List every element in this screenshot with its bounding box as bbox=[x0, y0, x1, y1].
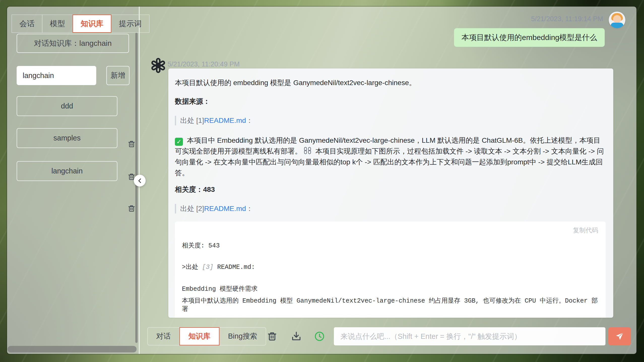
kb-item-langchain[interactable]: langchain bbox=[17, 161, 117, 181]
trash-icon bbox=[267, 331, 278, 342]
relevance-score-1: 相关度：483 bbox=[175, 185, 606, 194]
mode-bing-search[interactable]: Bing搜索 bbox=[219, 327, 266, 345]
avatar-body bbox=[611, 23, 623, 28]
assistant-openai-logo-icon bbox=[150, 57, 166, 74]
source-quote-2: 出处 [2] README.md ： bbox=[175, 204, 606, 213]
main-panel: 会话 模型 知识库 提示词 对话知识库：langchain 新增 ddd sam… bbox=[7, 7, 636, 354]
trash-icon bbox=[127, 204, 136, 213]
copy-code-button[interactable]: 复制代码 bbox=[573, 226, 598, 234]
code-line-hardware-title: Embedding 模型硬件需求 bbox=[182, 284, 599, 293]
source-quote-1-colon: ： bbox=[246, 116, 253, 125]
delete-kb-samples-icon[interactable] bbox=[127, 139, 136, 149]
code-ref-3: [3] bbox=[202, 264, 213, 271]
code-block: 复制代码 相关度: 543 >出处 [3] README.md: Embeddi… bbox=[175, 222, 606, 318]
history-clock-icon bbox=[314, 331, 325, 342]
tab-prompt[interactable]: 提示词 bbox=[111, 15, 149, 33]
history-button[interactable] bbox=[314, 331, 325, 342]
app-screen: 会话 模型 知识库 提示词 对话知识库：langchain 新增 ddd sam… bbox=[0, 0, 644, 362]
chevron-left-icon bbox=[137, 177, 143, 184]
trash-icon bbox=[127, 139, 136, 149]
kb-item-samples[interactable]: samples bbox=[17, 128, 117, 148]
delete-kb-icon[interactable] bbox=[127, 204, 136, 213]
kb-name-input[interactable] bbox=[17, 66, 96, 85]
message-input[interactable] bbox=[334, 327, 605, 345]
tab-model[interactable]: 模型 bbox=[42, 15, 73, 33]
sidebar-vertical-scrollbar[interactable] bbox=[135, 33, 138, 343]
code-line-relevance-543: 相关度: 543 bbox=[182, 241, 599, 249]
add-kb-button[interactable]: 新增 bbox=[106, 66, 130, 85]
answer-line: 本项目默认使用的 embedding 模型是 GanymedeNil/text2… bbox=[175, 78, 606, 88]
data-source-heading: 数据来源： bbox=[175, 97, 606, 106]
mode-knowledge-base[interactable]: 知识库 bbox=[179, 327, 219, 345]
readme-link-2[interactable]: README.md bbox=[204, 205, 246, 213]
code-text: README.md: bbox=[213, 264, 255, 271]
clear-conversation-button[interactable] bbox=[267, 331, 278, 342]
chat-mode-switch: 对话 知识库 Bing搜索 bbox=[147, 327, 266, 345]
user-message-timestamp: 5/21/2023, 11:19:14 PM bbox=[531, 15, 603, 23]
sidebar-horizontal-scrollbar[interactable] bbox=[8, 346, 137, 352]
assistant-message-bubble: 本项目默认使用的 embedding 模型是 GanymedeNil/text2… bbox=[168, 68, 613, 318]
assistant-message-timestamp: 5/21/2023, 11:20:49 PM bbox=[168, 60, 240, 68]
download-icon bbox=[291, 331, 302, 342]
source-excerpt-paragraph: ✓ 本项目中 Embedding 默认选用的是 GanymedeNil/text… bbox=[175, 135, 606, 178]
export-chat-button[interactable] bbox=[291, 331, 302, 342]
tab-session[interactable]: 会话 bbox=[12, 15, 42, 33]
source-quote-2-colon: ： bbox=[246, 204, 253, 213]
user-avatar bbox=[609, 12, 625, 28]
source-quote-2-text: 出处 [2] bbox=[180, 204, 204, 213]
avatar-face bbox=[613, 15, 621, 23]
paper-plane-icon bbox=[615, 332, 624, 341]
sidebar-tabs: 会话 模型 知识库 提示词 bbox=[12, 15, 149, 33]
sidebar: 会话 模型 知识库 提示词 对话知识库：langchain 新增 ddd sam… bbox=[7, 7, 140, 354]
current-kb-label: 对话知识库：langchain bbox=[17, 34, 129, 53]
code-line-source-3: >出处 [3] README.md: bbox=[182, 263, 599, 271]
chain-link-icon bbox=[303, 147, 312, 155]
source-quote-1-text: 出处 [1] bbox=[180, 116, 204, 125]
code-line-hardware-detail: 本项目中默认选用的 Embedding 模型 GanymedeNil/text2… bbox=[182, 296, 599, 313]
source-quote-1: 出处 [1] README.md ： bbox=[175, 116, 606, 125]
kb-item-ddd[interactable]: ddd bbox=[17, 96, 117, 116]
mode-dialogue[interactable]: 对话 bbox=[147, 327, 180, 345]
user-message-bubble: 本项目默认使用的embedding模型是什么 bbox=[454, 28, 605, 47]
send-button[interactable] bbox=[608, 327, 631, 345]
readme-link-1[interactable]: README.md bbox=[204, 117, 246, 125]
code-text: >出处 bbox=[182, 264, 202, 271]
tab-knowledge-base[interactable]: 知识库 bbox=[73, 15, 111, 33]
sidebar-collapse-button[interactable] bbox=[134, 175, 146, 187]
check-mark-icon: ✓ bbox=[175, 138, 183, 146]
